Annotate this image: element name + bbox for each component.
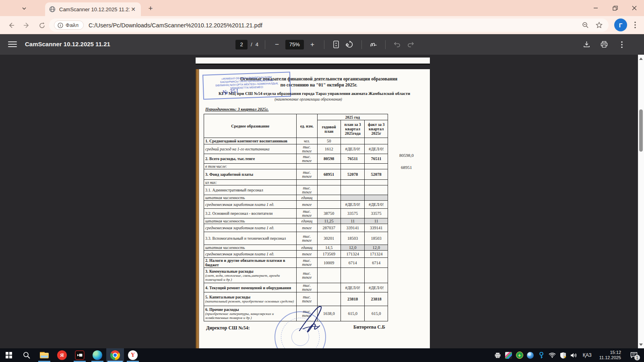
table-row: среднемесячная заработная плата 1 ед.тен… <box>204 251 388 258</box>
pdf-menu-icon[interactable] <box>8 40 17 49</box>
minimize-button[interactable] <box>586 0 605 16</box>
defender-tray-icon[interactable] <box>559 352 567 359</box>
table-row: 3. Коммунальные расходы(свет, вода, отоп… <box>204 268 388 283</box>
browser-toolbar: Файл C:/Users/Pc/Downloads/CamScanner%20… <box>0 16 644 34</box>
yandex-icon: Я <box>57 350 67 360</box>
start-button[interactable] <box>0 348 18 362</box>
tab-search-button[interactable] <box>18 3 31 14</box>
table-row: 4. Текущий ремонт помещений и оборудован… <box>204 283 388 292</box>
key-tray-icon[interactable] <box>538 352 545 359</box>
table-row: штатная численностьединиц11,251111 <box>204 218 388 224</box>
tab-title: CamScanner 10.12.2025 11.21 <box>59 6 130 12</box>
scrollbar-thumb[interactable] <box>639 109 643 152</box>
volume-tray-icon[interactable] <box>570 352 578 359</box>
yandex-browser-icon: Y <box>128 350 138 360</box>
zoom-in-button[interactable]: + <box>307 39 318 50</box>
bookmark-star-icon[interactable] <box>594 21 604 30</box>
browser-menu-kebab[interactable] <box>630 19 640 31</box>
table-row: штатная численностьединиц14,512,012,0 <box>204 245 388 251</box>
table-row: 2. Всего расходы, тыс.тенгетыс. тенге805… <box>204 154 388 164</box>
print-button[interactable] <box>599 39 609 50</box>
director-label: Директор СШ №54: <box>206 325 250 331</box>
pdf-content-area[interactable]: «ЖАМБЫЛ ОБЛЫСЫ ӘКІМДІГІНІҢ БІЛІМ БАСҚАРМ… <box>0 55 638 348</box>
previous-page-bottom <box>196 58 430 65</box>
profile-avatar[interactable]: Г <box>614 19 627 31</box>
finance-table-body: 1. Среднегодовой контингент воспитаннико… <box>204 138 388 321</box>
director-name: Битореева С.Б <box>353 324 385 330</box>
pdf-toolbar: CamScanner 10.12.2025 11.21 2 / 4 − 75% … <box>0 34 644 55</box>
download-button[interactable] <box>581 39 592 50</box>
restore-button[interactable] <box>605 0 625 16</box>
antivirus-tray-icon[interactable]: + <box>516 352 523 359</box>
taskbar-yandex-browser[interactable]: Y <box>124 348 142 362</box>
pdf-more-kebab[interactable] <box>617 39 627 50</box>
table-row: средний расход на 1-го воспитанникатыс. … <box>204 144 388 154</box>
zoom-indicator-icon[interactable] <box>580 21 590 30</box>
taskbar-yandex-app[interactable]: Я <box>53 348 71 362</box>
notification-center-button[interactable]: 1 <box>627 348 641 362</box>
table-row: 2. Налоги и другие обязательные платежи … <box>204 258 388 268</box>
browser-tab[interactable]: CamScanner 10.12.2025 11.21 ✕ <box>45 2 141 16</box>
taskbar-edge[interactable] <box>89 348 106 362</box>
pdf-controls: 2 / 4 − 75% + <box>235 34 416 55</box>
chevron-down-icon <box>22 6 27 11</box>
page-separator: / <box>251 41 252 47</box>
col-group-header: 2025 год <box>317 114 388 120</box>
vertical-scrollbar[interactable] <box>638 55 644 348</box>
tab-close-icon[interactable]: ✕ <box>130 6 137 13</box>
fit-page-button[interactable] <box>331 39 341 50</box>
page-number-input[interactable]: 2 <box>235 40 248 49</box>
back-button[interactable] <box>6 20 17 31</box>
url-text[interactable]: C:/Users/Pc/Downloads/CamScanner%2010.12… <box>89 22 576 29</box>
taskbar-recorder-app[interactable] <box>71 348 89 362</box>
zoom-out-button[interactable]: − <box>272 39 282 50</box>
annotate-draw-button[interactable] <box>368 39 379 50</box>
address-bar[interactable]: Файл C:/Users/Pc/Downloads/CamScanner%20… <box>49 19 609 32</box>
table-row: 3.2. Основной пересонал - воспитателитыс… <box>204 209 388 218</box>
table-row: среднемесячная заработная плата 1 ед.тен… <box>204 224 388 232</box>
pdf-page: «ЖАМБЫЛ ОБЛЫСЫ ӘКІМДІГІНІҢ БІЛІМ БАСҚАРМ… <box>196 69 430 348</box>
redo-button[interactable] <box>406 39 416 50</box>
zoom-level-input[interactable]: 75% <box>285 40 304 49</box>
chrome-icon <box>110 350 120 360</box>
system-tray: + ҚАЗ 15:12 11.12.2025 1 <box>494 348 644 362</box>
col-header-main: Среднее образование <box>204 114 297 138</box>
table-row: штатная численностьединиц <box>204 195 388 201</box>
pdf-actions <box>581 34 627 55</box>
close-button[interactable] <box>625 0 644 16</box>
handwritten-note: 68951 <box>401 165 412 170</box>
network-globe-tray-icon[interactable] <box>527 352 534 359</box>
taskbar-file-explorer[interactable] <box>35 348 53 362</box>
handwritten-note: 80598,0 <box>399 153 414 158</box>
col-header-plan3q: план за 3 квартал 2025года <box>341 120 364 138</box>
file-protocol-chip[interactable]: Файл <box>54 21 84 30</box>
browser-tab-strip: CamScanner 10.12.2025 11.21 ✕ + <box>0 0 644 16</box>
taskbar-clock[interactable]: 15:12 11.12.2025 <box>597 350 623 360</box>
table-row: 3.3. Вспомогательный и технический персо… <box>204 232 388 245</box>
scroll-down-arrow[interactable] <box>638 341 644 348</box>
window-controls <box>586 0 644 16</box>
undo-button[interactable] <box>392 39 402 50</box>
scroll-up-arrow[interactable] <box>638 56 644 62</box>
new-tab-button[interactable]: + <box>146 4 155 13</box>
table-row: 1. Среднегодовой контингент воспитаннико… <box>204 138 388 144</box>
windows-logo-icon <box>6 352 12 358</box>
rotate-button[interactable] <box>345 39 355 50</box>
taskbar-search-button[interactable] <box>18 348 35 362</box>
clock-date: 11.12.2025 <box>599 355 621 360</box>
table-row: 3. Фонд заработной платытыс. тенге689515… <box>204 169 388 180</box>
col-header-fact3q: факт за 3 квартал 2025г <box>365 120 388 138</box>
printer-tray-icon[interactable] <box>494 352 502 359</box>
wifi-tray-icon[interactable] <box>549 352 556 359</box>
scanner-tray-icon[interactable] <box>505 352 512 359</box>
finance-table: Среднее образование ед. изм. 2025 год го… <box>204 114 388 321</box>
table-row: в том числе: <box>204 164 388 169</box>
divider <box>265 40 265 49</box>
language-indicator[interactable]: ҚАЗ <box>581 352 593 358</box>
forward-button[interactable] <box>21 20 32 31</box>
taskbar-chrome[interactable] <box>106 348 124 362</box>
reload-button[interactable] <box>36 20 47 31</box>
folder-icon <box>40 352 49 358</box>
col-header-unit: ед. изм. <box>297 114 317 138</box>
table-row: 3.1. Административный персоналтыс. тенге <box>204 185 388 195</box>
